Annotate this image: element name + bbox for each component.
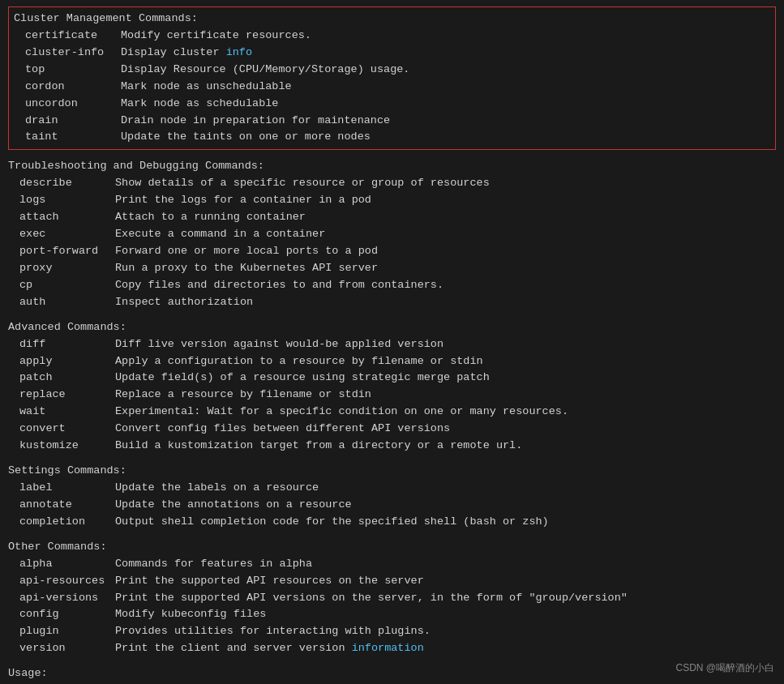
cluster-header: Cluster Management Commands:: [14, 11, 770, 28]
version-info-link: information: [352, 642, 424, 654]
cmd-row-config: config Modify kubeconfig files: [8, 606, 776, 623]
cmd-row-taint: taint Update the taints on one or more n…: [14, 129, 770, 146]
other-section: Other Commands: alpha Commands for featu…: [8, 539, 776, 657]
cmd-name: wait: [10, 404, 115, 421]
cmd-row-port-forward: port-forward Forward one or more local p…: [8, 243, 776, 260]
cmd-desc: Drain node in preparation for maintenanc…: [121, 113, 390, 130]
cmd-row-patch: patch Update field(s) of a resource usin…: [8, 370, 776, 387]
cmd-desc: Copy files and directories to and from c…: [115, 277, 443, 294]
advanced-section: Advanced Commands: diff Diff live versio…: [8, 319, 776, 455]
cmd-name: apply: [10, 353, 115, 370]
cmd-name: patch: [10, 370, 115, 387]
cmd-desc: Execute a command in a container: [115, 226, 325, 243]
cmd-name: cordon: [15, 79, 121, 96]
cmd-name: port-forward: [10, 243, 115, 260]
cmd-row-cordon: cordon Mark node as unschedulable: [14, 79, 770, 96]
usage-header: Usage:: [8, 665, 776, 682]
cmd-name: cluster-info: [15, 45, 121, 62]
other-header: Other Commands:: [8, 539, 776, 556]
cmd-row-top: top Display Resource (CPU/Memory/Storage…: [14, 62, 770, 79]
cmd-row-version: version Print the client and server vers…: [8, 640, 776, 657]
cmd-row-cp: cp Copy files and directories to and fro…: [8, 277, 776, 294]
cmd-desc: Display cluster info: [121, 45, 252, 62]
cmd-name: uncordon: [15, 96, 121, 113]
cmd-name: plugin: [10, 623, 115, 640]
cmd-desc: Modify certificate resources.: [121, 28, 311, 45]
cmd-desc: Print the logs for a container in a pod: [115, 192, 371, 209]
settings-header: Settings Commands:: [8, 463, 776, 480]
cmd-name: label: [10, 480, 115, 497]
cmd-desc: Show details of a specific resource or g…: [115, 175, 490, 192]
cmd-name: annotate: [10, 497, 115, 514]
cluster-section: Cluster Management Commands: certificate…: [8, 6, 776, 150]
cmd-row-alpha: alpha Commands for features in alpha: [8, 556, 776, 573]
cmd-name: logs: [10, 192, 115, 209]
cmd-name: alpha: [10, 556, 115, 573]
cmd-desc: Run a proxy to the Kubernetes API server: [115, 260, 378, 277]
cmd-name: version: [10, 640, 115, 657]
cmd-name: cp: [10, 277, 115, 294]
troubleshooting-header: Troubleshooting and Debugging Commands:: [8, 158, 776, 175]
cmd-name: exec: [10, 226, 115, 243]
cmd-row-uncordon: uncordon Mark node as schedulable: [14, 96, 770, 113]
cmd-row-label: label Update the labels on a resource: [8, 480, 776, 497]
cmd-desc: Display Resource (CPU/Memory/Storage) us…: [121, 62, 409, 79]
cmd-row-cluster-info: cluster-info Display cluster info: [14, 45, 770, 62]
cmd-row-convert: convert Convert config files between dif…: [8, 421, 776, 438]
cmd-desc: Commands for features in alpha: [115, 556, 312, 573]
cmd-desc: Print the client and server version info…: [115, 640, 424, 657]
cmd-row-wait: wait Experimental: Wait for a specific c…: [8, 404, 776, 421]
cmd-desc: Diff live version against would-be appli…: [115, 336, 443, 353]
cmd-name: taint: [15, 129, 121, 146]
cmd-row-annotate: annotate Update the annotations on a res…: [8, 497, 776, 514]
cmd-row-exec: exec Execute a command in a container: [8, 226, 776, 243]
cmd-name: attach: [10, 209, 115, 226]
cmd-desc: Build a kustomization target from a dire…: [115, 438, 522, 455]
cmd-name: config: [10, 606, 115, 623]
cmd-desc: Mark node as schedulable: [121, 96, 278, 113]
usage-section: Usage: kubectl [flags] [options]: [8, 665, 776, 684]
cmd-desc: Update field(s) of a resource using stra…: [115, 370, 490, 387]
cmd-name: describe: [10, 175, 115, 192]
cmd-name: replace: [10, 387, 115, 404]
cmd-name: drain: [15, 113, 121, 130]
cmd-desc: Mark node as unschedulable: [121, 79, 292, 96]
cmd-desc: Forward one or more local ports to a pod: [115, 243, 378, 260]
cmd-row-completion: completion Output shell completion code …: [8, 514, 776, 531]
watermark: CSDN @喝醉酒的小白: [675, 660, 774, 676]
cmd-row-api-versions: api-versions Print the supported API ver…: [8, 590, 776, 607]
cmd-row-describe: describe Show details of a specific reso…: [8, 175, 776, 192]
troubleshooting-section: Troubleshooting and Debugging Commands: …: [8, 158, 776, 310]
cmd-name: kustomize: [10, 438, 115, 455]
cmd-row-plugin: plugin Provides utilities for interactin…: [8, 623, 776, 640]
cmd-name: api-resources: [10, 573, 115, 590]
cmd-desc: Update the taints on one or more nodes: [121, 129, 371, 146]
cmd-row-attach: attach Attach to a running container: [8, 209, 776, 226]
cmd-desc: Experimental: Wait for a specific condit…: [115, 404, 568, 421]
cmd-desc: Inspect authorization: [115, 294, 253, 311]
cmd-name: completion: [10, 514, 115, 531]
cmd-desc: Replace a resource by filename or stdin: [115, 387, 371, 404]
cmd-desc: Update the labels on a resource: [115, 480, 319, 497]
cmd-desc: Update the annotations on a resource: [115, 497, 352, 514]
cmd-name: api-versions: [10, 590, 115, 607]
cluster-info-link: info: [226, 46, 252, 58]
cmd-row-diff: diff Diff live version against would-be …: [8, 336, 776, 353]
cmd-desc: Output shell completion code for the spe…: [115, 514, 549, 531]
cmd-desc: Apply a configuration to a resource by f…: [115, 353, 483, 370]
cmd-row-api-resources: api-resources Print the supported API re…: [8, 573, 776, 590]
cmd-name: proxy: [10, 260, 115, 277]
cmd-row-replace: replace Replace a resource by filename o…: [8, 387, 776, 404]
cmd-name: convert: [10, 421, 115, 438]
cmd-desc: Convert config files between different A…: [115, 421, 450, 438]
cmd-desc: Attach to a running container: [115, 209, 306, 226]
cmd-desc: Provides utilities for interacting with …: [115, 623, 431, 640]
advanced-header: Advanced Commands:: [8, 319, 776, 336]
cmd-row-apply: apply Apply a configuration to a resourc…: [8, 353, 776, 370]
cmd-name: top: [15, 62, 121, 79]
cmd-desc: Modify kubeconfig files: [115, 606, 266, 623]
cmd-row-drain: drain Drain node in preparation for main…: [14, 113, 770, 130]
cmd-name: diff: [10, 336, 115, 353]
cmd-name: certificate: [15, 28, 121, 45]
cmd-row-auth: auth Inspect authorization: [8, 294, 776, 311]
